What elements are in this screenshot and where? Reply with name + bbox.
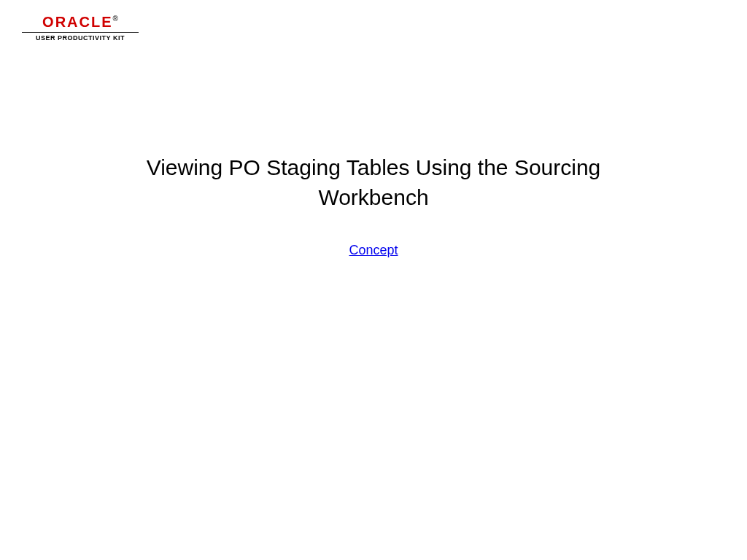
main-content: Viewing PO Staging Tables Using the Sour…: [0, 153, 747, 258]
oracle-brand-text: ORACLE®: [22, 15, 139, 29]
logo-divider: [22, 32, 139, 33]
oracle-upk-logo: ORACLE® USER PRODUCTIVITY KIT: [22, 15, 139, 42]
oracle-word: ORACLE: [42, 14, 112, 30]
page-title: Viewing PO Staging Tables Using the Sour…: [96, 153, 651, 212]
concept-link[interactable]: Concept: [349, 243, 398, 258]
upk-subtitle: USER PRODUCTIVITY KIT: [22, 34, 139, 42]
registered-mark: ®: [113, 15, 118, 23]
